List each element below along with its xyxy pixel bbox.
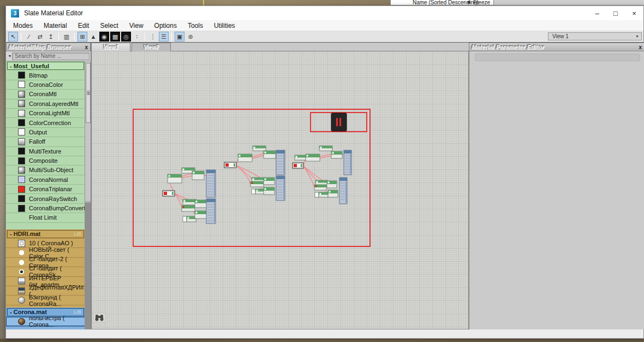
material-node[interactable]	[327, 181, 337, 188]
list-item[interactable]: CoronaLightMtl	[6, 109, 85, 118]
list-item[interactable]: CoronaTriplanar	[6, 185, 85, 194]
options-dots-icon[interactable]: ∶	[132, 32, 142, 42]
material-node[interactable]	[276, 150, 285, 175]
list-item[interactable]: ColorCorrection	[6, 118, 85, 127]
menu-modes[interactable]: Modes	[6, 20, 38, 31]
material-node[interactable]	[315, 192, 328, 197]
pick-material-from-object-icon[interactable]: ∕	[24, 32, 34, 42]
move-children-icon[interactable]: ⊞	[77, 32, 87, 42]
menu-select[interactable]: Select	[94, 20, 123, 31]
material-node[interactable]	[293, 163, 303, 168]
menu-material[interactable]: Material	[38, 20, 73, 31]
material-node[interactable]	[306, 154, 320, 161]
list-item[interactable]: CoronaColor	[6, 80, 85, 90]
assign-material-to-selection-icon[interactable]: ↥	[46, 32, 56, 42]
tab-view1[interactable]: View1	[91, 43, 130, 51]
parameter-editor-toggle-icon[interactable]: ▣	[175, 32, 184, 42]
list-item[interactable]: Multi/Sub-Object	[6, 166, 85, 175]
browser-close-icon[interactable]: x	[85, 44, 88, 50]
material-node[interactable]	[192, 171, 204, 180]
material-node[interactable]	[264, 187, 275, 194]
sample-uv-tiling-icon[interactable]: ◎	[121, 32, 131, 42]
parameter-editor-header: Material Parameter Editor x	[469, 43, 644, 51]
red-swatch-icon	[18, 186, 25, 193]
material-node[interactable]	[295, 155, 307, 160]
background-bottom-strip	[0, 339, 644, 342]
list-item[interactable]: CoronaMtl	[6, 90, 85, 99]
material-node[interactable]	[163, 191, 175, 196]
layout-children-icon[interactable]: ⋮	[148, 32, 158, 42]
tab-view2[interactable]: View2	[132, 43, 171, 51]
material-node[interactable]	[252, 189, 265, 194]
pause-button[interactable]	[331, 113, 347, 131]
material-node[interactable]	[183, 216, 196, 222]
browser-scrollbar-thumb[interactable]	[86, 63, 91, 123]
list-item[interactable]: Composite	[6, 156, 85, 166]
material-node[interactable]	[339, 178, 347, 204]
background-panel-strip	[494, 0, 644, 5]
list-item[interactable]: Float Limit	[6, 213, 85, 222]
select-tool-icon[interactable]: ↖	[8, 32, 18, 42]
material-node[interactable]	[183, 199, 196, 205]
view-selector-dropdown[interactable]: View 1 ▼	[548, 32, 642, 40]
show-shaded-material-icon[interactable]: ▩	[110, 32, 120, 42]
browser-scrollbar[interactable]	[85, 61, 91, 329]
material-node[interactable]	[224, 162, 236, 168]
list-item[interactable]: полы-истра ( Corona...	[6, 317, 85, 326]
parameter-editor-close-icon[interactable]: x	[639, 44, 642, 50]
menu-edit[interactable]: Edit	[73, 20, 95, 31]
material-node[interactable]	[168, 174, 182, 183]
select-by-material-icon[interactable]: ⊛	[186, 32, 195, 42]
toolbar-separator	[21, 33, 21, 40]
material-node[interactable]	[253, 146, 266, 151]
search-options-dropdown-icon[interactable]: ▼	[8, 52, 12, 60]
delete-selected-icon[interactable]: ▥	[62, 32, 71, 42]
parameter-editor-empty-bar	[475, 54, 640, 61]
material-node[interactable]	[195, 211, 207, 219]
material-node[interactable]	[319, 146, 332, 151]
hide-unused-nodeslots-icon[interactable]: ▲	[88, 32, 98, 42]
group-header[interactable]: - HDRI.matLIB	[6, 229, 85, 239]
material-node[interactable]	[344, 150, 351, 175]
minimize-button[interactable]: –	[588, 6, 606, 20]
menu-view[interactable]: View	[124, 20, 149, 31]
group-header[interactable]: - Most_Useful	[6, 61, 85, 70]
show-background-icon[interactable]: ◉	[99, 32, 109, 42]
get-material-icon[interactable]: ⇄	[35, 32, 45, 42]
list-item[interactable]: MultiTexture	[6, 147, 85, 156]
black-swatch-icon	[18, 72, 25, 79]
pan-tool-binoculars-icon[interactable]	[93, 313, 105, 322]
material-node[interactable]	[195, 200, 207, 208]
material-node[interactable]	[251, 181, 264, 187]
material-node[interactable]	[314, 185, 326, 190]
material-node[interactable]	[264, 178, 275, 185]
list-item[interactable]: CoronaLayeredMtl	[6, 99, 85, 109]
menu-options[interactable]: Options	[149, 20, 182, 31]
node-graph-canvas[interactable]	[91, 51, 469, 329]
list-item[interactable]: Output	[6, 128, 85, 137]
toolbar-separator	[58, 33, 59, 40]
material-map-browser-toggle-icon[interactable]: ☰	[159, 32, 169, 42]
maximize-button[interactable]: □	[606, 6, 625, 20]
list-item[interactable]: CoronaRaySwitch	[6, 194, 85, 203]
material-node[interactable]	[331, 151, 342, 158]
material-node[interactable]	[206, 199, 216, 223]
item-label: Бэкграунд ( CoronaRa...	[29, 294, 85, 307]
list-item[interactable]: CoronaNormal	[6, 175, 85, 185]
material-node[interactable]	[206, 170, 216, 197]
list-item[interactable]: Бэкграунд ( CoronaRa...	[6, 296, 85, 305]
list-item[interactable]: Bitmap	[6, 70, 85, 80]
close-button[interactable]: ×	[625, 6, 643, 20]
list-item[interactable]: CoronaBumpConverter	[6, 204, 85, 213]
menu-utilities[interactable]: Utilities	[208, 20, 241, 31]
browser-panel-header: Material/Map Browser x	[6, 43, 91, 51]
material-node[interactable]	[238, 154, 252, 162]
material-node[interactable]	[182, 205, 195, 211]
material-node[interactable]	[276, 176, 285, 201]
material-node[interactable]	[328, 190, 338, 197]
menu-tools[interactable]: Tools	[182, 20, 208, 31]
item-label: Composite	[29, 157, 58, 164]
list-item[interactable]: Falloff	[6, 137, 85, 146]
material-node[interactable]	[264, 151, 276, 158]
search-input[interactable]	[12, 52, 90, 60]
